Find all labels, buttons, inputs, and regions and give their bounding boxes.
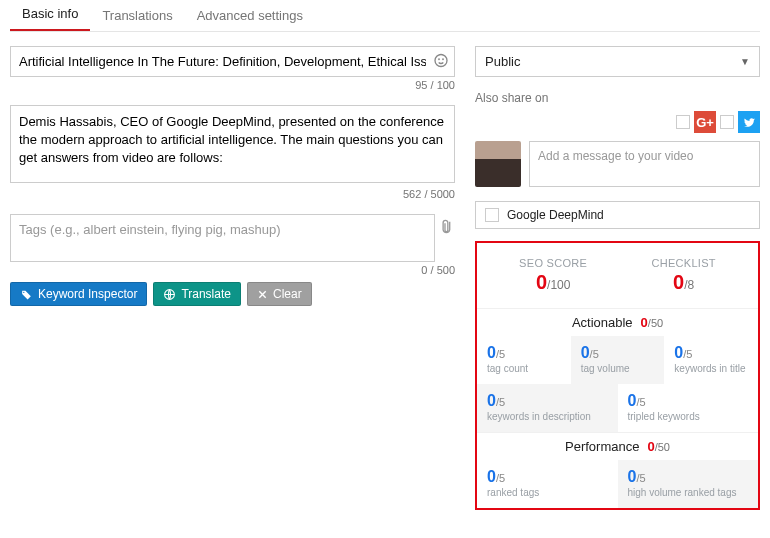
checklist-value: 0/8 bbox=[651, 271, 715, 294]
title-counter: 95 / 100 bbox=[10, 79, 455, 91]
translate-button[interactable]: Translate bbox=[153, 282, 241, 306]
globe-icon bbox=[163, 288, 176, 301]
emoji-icon[interactable] bbox=[433, 52, 449, 71]
googleplus-icon: G+ bbox=[694, 111, 716, 133]
share-label: Also share on bbox=[475, 91, 760, 105]
googleplus-checkbox[interactable] bbox=[676, 115, 690, 129]
button-label: Translate bbox=[181, 287, 231, 301]
metric-ranked-tags: 0/5 ranked tags bbox=[477, 460, 618, 508]
tab-translations[interactable]: Translations bbox=[90, 0, 184, 31]
privacy-dropdown[interactable]: Public ▼ bbox=[475, 46, 760, 77]
metric-tripled-keywords: 0/5 tripled keywords bbox=[618, 384, 759, 432]
tab-basic-info[interactable]: Basic info bbox=[10, 0, 90, 31]
tabs-bar: Basic info Translations Advanced setting… bbox=[10, 0, 760, 32]
button-label: Keyword Inspector bbox=[38, 287, 137, 301]
share-message-input[interactable]: Add a message to your video bbox=[529, 141, 760, 187]
seo-score-value: 0/100 bbox=[519, 271, 587, 294]
checklist-label: CHECKLIST bbox=[651, 257, 715, 269]
svg-point-1 bbox=[439, 58, 440, 59]
metric-tag-count: 0/5 tag count bbox=[477, 336, 571, 384]
description-counter: 562 / 5000 bbox=[10, 188, 455, 200]
actionable-header: Actionable 0/50 bbox=[477, 308, 758, 336]
keyword-inspector-button[interactable]: Keyword Inspector bbox=[10, 282, 147, 306]
button-label: Clear bbox=[273, 287, 302, 301]
seo-panel: SEO SCORE 0/100 CHECKLIST 0/8 Actionable… bbox=[475, 241, 760, 510]
channel-name: Google DeepMind bbox=[507, 208, 604, 222]
channel-box[interactable]: Google DeepMind bbox=[475, 201, 760, 229]
svg-point-0 bbox=[435, 54, 447, 66]
chevron-down-icon: ▼ bbox=[740, 56, 750, 67]
metric-keywords-description: 0/5 keywords in description bbox=[477, 384, 618, 432]
tab-advanced-settings[interactable]: Advanced settings bbox=[185, 0, 315, 31]
svg-point-3 bbox=[23, 291, 24, 292]
tag-icon bbox=[20, 288, 33, 301]
paperclip-icon[interactable] bbox=[435, 215, 460, 240]
metric-tag-volume: 0/5 tag volume bbox=[571, 336, 665, 384]
title-input[interactable] bbox=[10, 46, 455, 77]
seo-score-label: SEO SCORE bbox=[519, 257, 587, 269]
metric-high-volume-ranked: 0/5 high volume ranked tags bbox=[618, 460, 759, 508]
twitter-checkbox[interactable] bbox=[720, 115, 734, 129]
twitter-icon bbox=[738, 111, 760, 133]
clear-button[interactable]: Clear bbox=[247, 282, 312, 306]
privacy-value: Public bbox=[485, 54, 520, 69]
x-icon bbox=[257, 289, 268, 300]
metric-keywords-title: 0/5 keywords in title bbox=[664, 336, 758, 384]
performance-header: Performance 0/50 bbox=[477, 432, 758, 460]
svg-point-2 bbox=[443, 58, 444, 59]
tags-textarea[interactable] bbox=[10, 214, 435, 262]
tags-counter: 0 / 500 bbox=[10, 264, 455, 276]
avatar bbox=[475, 141, 521, 187]
channel-thumbnail bbox=[485, 208, 499, 222]
description-textarea[interactable]: Demis Hassabis, CEO of Google DeepMind, … bbox=[10, 105, 455, 183]
